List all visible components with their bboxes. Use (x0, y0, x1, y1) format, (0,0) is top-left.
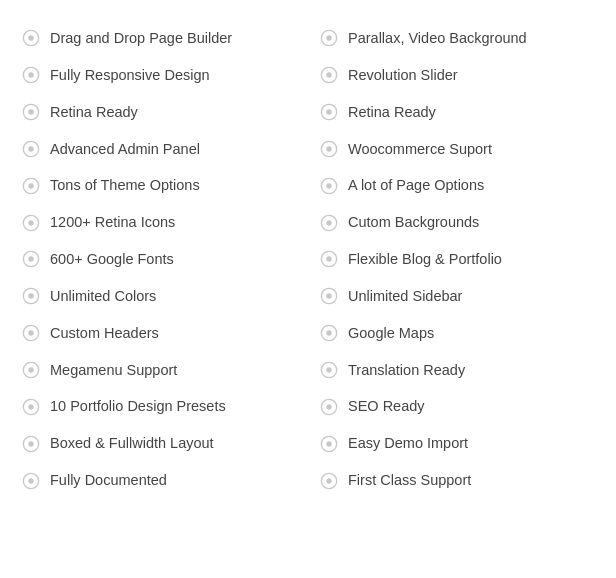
svg-point-33 (28, 330, 33, 335)
check-circle-icon (320, 324, 338, 342)
feature-label: Unlimited Colors (50, 287, 156, 306)
svg-point-11 (326, 109, 331, 114)
check-circle-icon (320, 66, 338, 84)
check-circle-icon (320, 250, 338, 268)
list-item: 10 Portfolio Design Presets (10, 388, 308, 425)
feature-label: 1200+ Retina Icons (50, 213, 175, 232)
feature-label: Retina Ready (348, 103, 436, 122)
svg-point-9 (28, 109, 33, 114)
list-item: SEO Ready (308, 388, 606, 425)
svg-point-37 (28, 367, 33, 372)
svg-point-23 (326, 220, 331, 225)
svg-point-45 (28, 441, 33, 446)
feature-label: Boxed & Fullwidth Layout (50, 434, 214, 453)
feature-label: Woocommerce Suport (348, 140, 492, 159)
feature-label: Fully Responsive Design (50, 66, 210, 85)
svg-point-21 (28, 220, 33, 225)
check-circle-icon (22, 361, 40, 379)
list-item: Parallax, Video Background (308, 20, 606, 57)
list-item: Easy Demo Import (308, 425, 606, 462)
list-item: Unlimited Sidebar (308, 278, 606, 315)
list-item: Flexible Blog & Portfolio (308, 241, 606, 278)
check-circle-icon (320, 103, 338, 121)
check-circle-icon (320, 140, 338, 158)
svg-point-47 (326, 441, 331, 446)
check-circle-icon (22, 103, 40, 121)
check-circle-icon (320, 287, 338, 305)
svg-point-39 (326, 367, 331, 372)
svg-point-31 (326, 294, 331, 299)
feature-label: Advanced Admin Panel (50, 140, 200, 159)
check-circle-icon (22, 140, 40, 158)
list-item: A lot of Page Options (308, 167, 606, 204)
feature-label: Revolution Slider (348, 66, 458, 85)
list-item: Woocommerce Suport (308, 131, 606, 168)
svg-point-43 (326, 404, 331, 409)
svg-point-13 (28, 146, 33, 151)
svg-point-51 (326, 478, 331, 483)
list-item: Fully Documented (10, 462, 308, 499)
svg-point-35 (326, 330, 331, 335)
check-circle-icon (22, 177, 40, 195)
list-item: 1200+ Retina Icons (10, 204, 308, 241)
list-item: Cutom Backgrounds (308, 204, 606, 241)
feature-label: A lot of Page Options (348, 176, 484, 195)
feature-label: Drag and Drop Page Builder (50, 29, 232, 48)
check-circle-icon (22, 472, 40, 490)
list-item: Google Maps (308, 315, 606, 352)
svg-point-17 (28, 183, 33, 188)
feature-label: Cutom Backgrounds (348, 213, 479, 232)
list-item: Fully Responsive Design (10, 57, 308, 94)
feature-label: Megamenu Support (50, 361, 177, 380)
feature-label: 600+ Google Fonts (50, 250, 174, 269)
list-item: Tons of Theme Options (10, 167, 308, 204)
feature-label: Translation Ready (348, 361, 465, 380)
list-item: First Class Support (308, 462, 606, 499)
feature-label: Fully Documented (50, 471, 167, 490)
svg-point-5 (28, 73, 33, 78)
feature-label: Easy Demo Import (348, 434, 468, 453)
list-item: Retina Ready (308, 94, 606, 131)
check-circle-icon (22, 250, 40, 268)
feature-label: First Class Support (348, 471, 471, 490)
check-circle-icon (22, 214, 40, 232)
feature-label: Google Maps (348, 324, 434, 343)
list-item: 600+ Google Fonts (10, 241, 308, 278)
list-item: Boxed & Fullwidth Layout (10, 425, 308, 462)
check-circle-icon (22, 324, 40, 342)
svg-point-29 (28, 294, 33, 299)
svg-point-3 (326, 36, 331, 41)
check-circle-icon (22, 435, 40, 453)
feature-label: Flexible Blog & Portfolio (348, 250, 502, 269)
feature-label: Unlimited Sidebar (348, 287, 462, 306)
check-circle-icon (22, 398, 40, 416)
check-circle-icon (22, 29, 40, 47)
svg-point-49 (28, 478, 33, 483)
svg-point-1 (28, 36, 33, 41)
svg-point-41 (28, 404, 33, 409)
list-item: Revolution Slider (308, 57, 606, 94)
feature-label: SEO Ready (348, 397, 425, 416)
check-circle-icon (320, 398, 338, 416)
check-circle-icon (320, 177, 338, 195)
list-item: Megamenu Support (10, 352, 308, 389)
feature-label: Parallax, Video Background (348, 29, 527, 48)
feature-label: Retina Ready (50, 103, 138, 122)
feature-label: Tons of Theme Options (50, 176, 200, 195)
check-circle-icon (22, 287, 40, 305)
features-grid: Drag and Drop Page Builder Parallax, Vid… (10, 20, 606, 499)
check-circle-icon (320, 472, 338, 490)
list-item: Drag and Drop Page Builder (10, 20, 308, 57)
list-item: Retina Ready (10, 94, 308, 131)
feature-label: Custom Headers (50, 324, 159, 343)
check-circle-icon (320, 29, 338, 47)
svg-point-7 (326, 73, 331, 78)
check-circle-icon (320, 435, 338, 453)
svg-point-25 (28, 257, 33, 262)
list-item: Custom Headers (10, 315, 308, 352)
list-item: Translation Ready (308, 352, 606, 389)
feature-label: 10 Portfolio Design Presets (50, 397, 226, 416)
check-circle-icon (22, 66, 40, 84)
svg-point-19 (326, 183, 331, 188)
check-circle-icon (320, 214, 338, 232)
